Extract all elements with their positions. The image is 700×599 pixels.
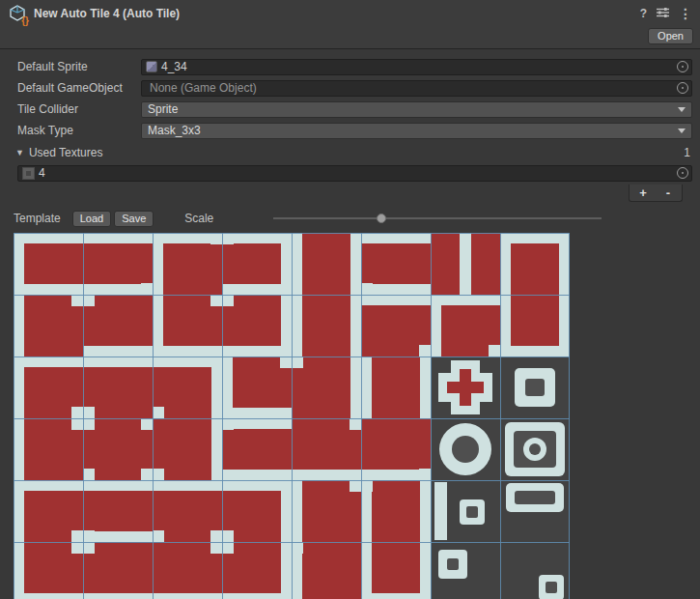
braces-icon: {} <box>21 15 29 26</box>
menu-icon[interactable]: ⋮ <box>679 8 692 19</box>
texture-object-field[interactable]: 4 <box>17 165 692 182</box>
field-row-default-gameobject: Default GameObject None (Game Object) <box>0 78 700 98</box>
used-textures-foldout[interactable]: ▼ Used Textures 1 <box>0 144 700 161</box>
default-sprite-label: Default Sprite <box>17 60 141 73</box>
presets-icon[interactable] <box>657 7 669 20</box>
scale-label: Scale <box>184 212 213 225</box>
default-gameobject-value: None (Game Object) <box>150 81 257 95</box>
scale-slider-handle[interactable] <box>377 214 386 223</box>
foldout-arrow-icon[interactable]: ▼ <box>15 148 24 157</box>
default-gameobject-field[interactable]: None (Game Object) <box>141 80 692 97</box>
default-sprite-field[interactable]: 4_34 <box>141 59 692 75</box>
open-button[interactable]: Open <box>648 28 693 44</box>
template-label: Template <box>14 212 61 225</box>
tile-collider-dropdown[interactable]: Sprite <box>141 101 692 118</box>
tile-collider-label: Tile Collider <box>17 102 141 116</box>
default-gameobject-label: Default GameObject <box>17 81 141 95</box>
tile-collider-value: Sprite <box>148 102 178 116</box>
scale-slider[interactable] <box>273 212 602 225</box>
inspector-body: Default Sprite 4_34 Default GameObject N… <box>0 49 700 599</box>
mask-type-dropdown[interactable]: Mask_3x3 <box>141 123 692 139</box>
object-picker-icon[interactable] <box>677 61 688 72</box>
save-button[interactable]: Save <box>114 211 154 227</box>
used-textures-label: Used Textures <box>29 146 102 159</box>
load-button[interactable]: Load <box>72 211 111 227</box>
inspector-header: {} New Auto Tile 4 (Auto Tile) ? ⋮ <box>0 0 700 49</box>
tileset-canvas[interactable] <box>14 233 570 599</box>
tileset-preview <box>14 233 572 599</box>
mask-type-label: Mask Type <box>17 124 141 137</box>
object-picker-icon[interactable] <box>677 82 688 94</box>
window-title: New Auto Tile 4 (Auto Tile) <box>34 7 180 20</box>
dropdown-caret-icon <box>678 128 686 133</box>
object-picker-icon[interactable] <box>677 167 688 179</box>
texture-thumbnail-icon <box>22 167 35 180</box>
remove-texture-button[interactable]: - <box>658 185 679 200</box>
default-sprite-value: 4_34 <box>161 60 187 73</box>
scriptable-object-icon: {} <box>8 4 27 23</box>
add-texture-button[interactable]: + <box>632 185 654 200</box>
template-toolbar: Template Load Save Scale <box>0 209 700 228</box>
used-textures-count: 1 <box>684 146 690 159</box>
texture-list-footer: + - <box>0 185 700 202</box>
field-row-default-sprite: Default Sprite 4_34 <box>0 57 700 76</box>
texture-list-item: 4 <box>0 163 700 183</box>
texture-name: 4 <box>39 166 45 180</box>
field-row-tile-collider: Tile Collider Sprite <box>0 100 700 119</box>
mask-type-value: Mask_3x3 <box>148 124 201 137</box>
inspector-window: {} New Auto Tile 4 (Auto Tile) ? ⋮ <box>0 0 700 599</box>
field-row-mask-type: Mask Type Mask_3x3 <box>0 121 700 140</box>
sprite-thumbnail-icon <box>146 61 157 72</box>
scale-slider-track[interactable] <box>273 217 602 219</box>
dropdown-caret-icon <box>678 107 686 112</box>
help-icon[interactable]: ? <box>640 8 647 19</box>
